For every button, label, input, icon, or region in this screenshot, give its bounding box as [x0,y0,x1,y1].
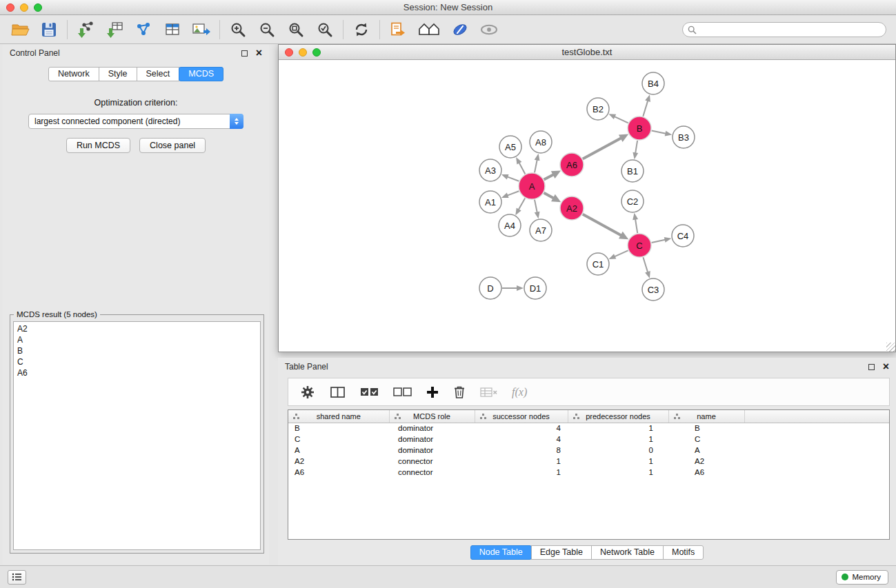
graph-edge-B-B3[interactable] [652,131,668,134]
table-cell[interactable]: A [668,445,744,456]
graph-edge-B-B2[interactable] [613,116,628,123]
tab-select[interactable]: Select [137,67,180,81]
graph-edge-C-C3[interactable] [643,257,648,274]
graph-edge-A-A3[interactable] [506,176,519,181]
tab-edge-table[interactable]: Edge Table [531,545,592,560]
table-row[interactable]: A2connector11A2 [288,456,889,467]
close-window-button[interactable] [6,3,14,12]
function-builder-button[interactable]: f(x) [512,386,527,398]
show-columns-button[interactable] [330,385,346,399]
close-table-panel-button[interactable]: × [883,363,889,371]
table-cell[interactable]: A2 [288,456,389,467]
table-cell[interactable]: B [668,423,744,434]
graph-edge-B-B1[interactable] [635,141,637,155]
minimize-network-window-button[interactable] [299,48,307,57]
import-table-button[interactable] [103,19,126,41]
graph-edge-A-A4[interactable] [518,198,526,211]
delete-table-button[interactable] [480,387,497,398]
table-cell[interactable]: dominator [389,434,475,445]
graph-edge-A-A5[interactable] [519,161,526,174]
show-task-history-button[interactable] [8,570,26,585]
table-cell[interactable]: C [288,434,389,445]
node-table[interactable]: shared nameMCDS rolesuccessor nodesprede… [288,409,890,540]
new-table-button[interactable] [161,19,184,41]
mcds-result-item[interactable]: A2 [14,323,260,334]
mcds-result-item[interactable]: A [14,334,260,345]
new-network-button[interactable] [132,19,155,41]
zoom-out-button[interactable] [255,19,279,41]
close-panel-button-2[interactable]: Close panel [139,138,206,153]
deselect-all-rows-button[interactable] [393,387,412,398]
save-session-button[interactable] [37,19,61,41]
close-network-window-button[interactable] [285,48,293,57]
network-graph[interactable]: AA1A2A3A4A5A6A7A8BB1B2B3B4CC1C2C3C4DD1 [279,60,895,352]
column-header-MCDS-role[interactable]: MCDS role [389,410,475,423]
table-cell[interactable]: 8 [475,445,568,456]
table-row[interactable]: Cdominator41C [288,434,889,445]
select-all-rows-button[interactable] [360,387,379,398]
table-cell[interactable]: A6 [288,467,389,478]
graph-edge-A-A1[interactable] [506,191,519,196]
minimize-window-button[interactable] [20,3,28,12]
tab-network[interactable]: Network [48,67,99,81]
column-header-shared-name[interactable]: shared name [288,410,389,423]
fullscreen-window-button[interactable] [34,3,42,12]
graph-edge-B-B4[interactable] [643,99,648,116]
table-cell[interactable]: 1 [568,434,668,445]
table-cell[interactable]: 4 [475,423,568,434]
table-cell[interactable]: connector [389,456,475,467]
show-starter-panel-button[interactable] [415,19,443,41]
open-session-button[interactable] [8,19,32,41]
network-canvas[interactable]: AA1A2A3A4A5A6A7A8BB1B2B3B4CC1C2C3C4DD1 [279,60,895,352]
tab-motifs[interactable]: Motifs [663,545,704,560]
graph-edge-A6-B[interactable] [583,137,623,159]
graph-edge-C-C2[interactable] [635,218,638,234]
mcds-result-item[interactable]: A6 [14,367,260,378]
table-row[interactable]: Bdominator41B [288,423,889,434]
table-cell[interactable]: C [668,434,744,445]
zoom-fit-button[interactable] [284,19,308,41]
zoom-selected-button[interactable] [313,19,337,41]
table-cell[interactable]: A2 [668,456,744,467]
graph-edge-A-A8[interactable] [535,159,537,173]
search-input[interactable] [682,22,886,37]
import-network-button[interactable] [74,19,97,41]
table-row[interactable]: Adominator80A [288,445,889,456]
resize-grip-icon[interactable] [886,343,895,352]
table-cell[interactable]: 4 [475,434,568,445]
refresh-view-button[interactable] [350,19,373,41]
table-cell[interactable]: dominator [389,423,475,434]
table-cell[interactable]: 1 [568,423,668,434]
toggle-details-button[interactable] [477,19,501,41]
float-table-panel-button[interactable] [868,364,875,370]
graph-edge-C-C1[interactable] [613,250,628,257]
optimization-dropdown[interactable]: largest connected component (directed) [28,114,243,129]
table-cell[interactable]: connector [389,467,475,478]
table-settings-button[interactable] [300,385,315,400]
column-header-predecessor-nodes[interactable]: predecessor nodes [568,410,668,423]
mcds-result-item[interactable]: B [14,345,260,356]
delete-column-button[interactable] [453,385,466,399]
graph-edge-A-A7[interactable] [535,200,537,214]
tab-network-table[interactable]: Network Table [591,545,664,560]
mcds-result-list[interactable]: A2ABCA6 [13,321,261,550]
table-cell[interactable]: 1 [475,467,568,478]
table-cell[interactable]: 1 [475,456,568,467]
table-row[interactable]: A6connector11A6 [288,467,889,478]
table-cell[interactable]: 0 [568,445,668,456]
export-image-button[interactable] [190,19,213,41]
run-mcds-button[interactable]: Run MCDS [66,138,130,153]
zoom-in-button[interactable] [226,19,250,41]
mcds-result-item[interactable]: C [14,356,260,367]
table-cell[interactable]: A6 [668,467,744,478]
create-column-button[interactable] [426,386,439,398]
table-cell[interactable]: A [288,445,389,456]
table-cell[interactable]: dominator [389,445,475,456]
column-header-successor-nodes[interactable]: successor nodes [475,410,568,423]
tab-mcds[interactable]: MCDS [179,67,223,81]
memory-button[interactable]: Memory [836,570,888,585]
tab-node-table[interactable]: Node Table [470,545,532,560]
table-cell[interactable]: 1 [568,456,668,467]
table-cell[interactable]: 1 [568,467,668,478]
float-panel-button[interactable] [241,50,248,57]
